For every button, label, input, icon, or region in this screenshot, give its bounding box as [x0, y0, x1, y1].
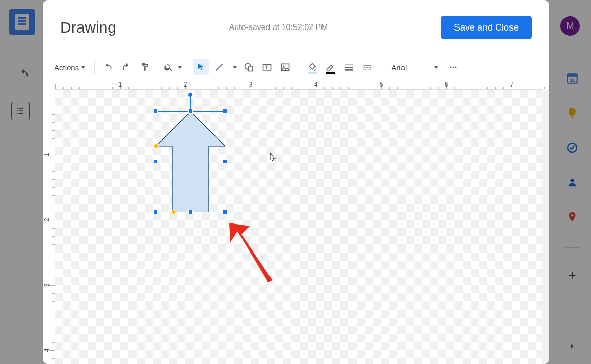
svg-rect-7	[248, 67, 252, 71]
line-tool[interactable]	[211, 59, 227, 75]
redo-button[interactable]	[118, 59, 135, 75]
toolbar-separator	[299, 61, 299, 74]
border-dash-button[interactable]	[359, 59, 375, 75]
font-name-label: Arial	[391, 63, 407, 72]
mouse-cursor-icon	[270, 153, 277, 163]
actions-label: Actions	[54, 63, 79, 72]
resize-handle-e[interactable]	[223, 159, 227, 164]
canvas-area: 1234567 1234	[43, 79, 549, 364]
resize-handle-sw[interactable]	[153, 210, 158, 214]
dialog-title: Drawing	[60, 19, 116, 36]
image-tool[interactable]	[277, 59, 293, 75]
line-tool-dropdown[interactable]	[229, 59, 238, 75]
select-tool[interactable]	[193, 59, 209, 75]
vertical-scrollbar[interactable]	[542, 90, 549, 364]
more-options-button[interactable]	[445, 59, 462, 75]
shape-tool[interactable]	[240, 59, 257, 75]
fill-color-swatch	[308, 72, 317, 74]
toolbar-separator	[381, 61, 381, 74]
chevron-down-icon	[81, 66, 85, 69]
border-weight-button[interactable]	[341, 59, 357, 75]
border-color-swatch	[326, 72, 335, 74]
resize-handle-n[interactable]	[188, 109, 193, 114]
rotation-handle[interactable]	[187, 92, 193, 97]
chevron-down-icon	[233, 66, 237, 69]
annotation-red-arrow	[228, 222, 274, 283]
undo-button[interactable]	[100, 59, 116, 75]
save-and-close-button[interactable]: Save and Close	[441, 16, 532, 39]
border-color-button[interactable]	[323, 59, 339, 75]
svg-point-13	[455, 67, 457, 68]
dialog-header: Drawing Auto-saved at 10:52:02 PM Save a…	[43, 0, 549, 55]
textbox-tool[interactable]	[259, 59, 275, 75]
vertical-ruler[interactable]: 1234	[43, 90, 55, 364]
toolbar-separator	[187, 61, 187, 74]
svg-point-10	[283, 65, 285, 67]
resize-handle-w[interactable]	[153, 159, 158, 164]
autosave-status: Auto-saved at 10:52:02 PM	[128, 23, 428, 32]
chevron-down-icon	[178, 66, 182, 69]
font-family-select[interactable]: Arial	[386, 63, 443, 72]
zoom-button[interactable]	[164, 59, 182, 75]
fill-color-button[interactable]	[304, 59, 320, 75]
svg-point-12	[453, 67, 454, 68]
resize-handle-ne[interactable]	[223, 109, 227, 114]
actions-menu[interactable]: Actions	[50, 59, 89, 75]
horizontal-ruler[interactable]: 1234567	[55, 79, 542, 90]
resize-handle-nw[interactable]	[153, 109, 158, 114]
toolbar-separator	[158, 61, 158, 74]
drawing-dialog: Drawing Auto-saved at 10:52:02 PM Save a…	[43, 0, 549, 364]
drawing-toolbar: Actions Arial	[43, 55, 549, 79]
resize-handle-se[interactable]	[223, 210, 227, 214]
resize-handle-s[interactable]	[188, 210, 193, 214]
selection-outline	[156, 111, 225, 212]
chevron-down-icon	[434, 66, 438, 69]
drawing-canvas[interactable]	[55, 90, 542, 364]
paint-format-button[interactable]	[137, 59, 153, 75]
toolbar-separator	[94, 61, 95, 74]
svg-point-11	[450, 67, 452, 68]
